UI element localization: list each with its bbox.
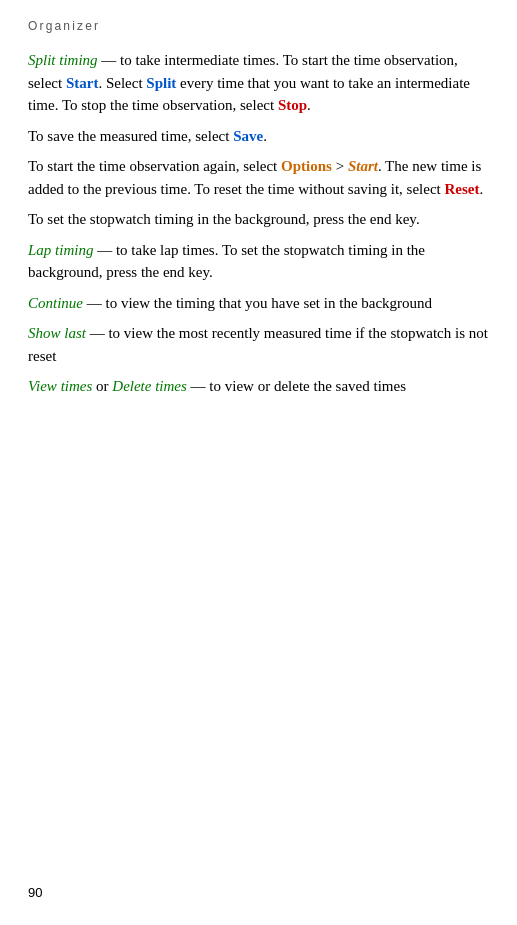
page-number: 90 (28, 884, 42, 903)
view-delete-text2: — to view or delete the saved times (187, 378, 406, 394)
show-last-text: — to view the most recently measured tim… (28, 325, 488, 364)
show-last-paragraph: Show last — to view the most recently me… (28, 322, 489, 367)
reset-label: Reset (445, 181, 480, 197)
show-last-label: Show last (28, 325, 86, 341)
split-label: Split (146, 75, 176, 91)
background-paragraph: To set the stopwatch timing in the backg… (28, 208, 489, 231)
start-again-text1: To start the time observation again, sel… (28, 158, 281, 174)
start-label-2: Start (348, 158, 378, 174)
lap-timing-label: Lap timing (28, 242, 93, 258)
view-delete-paragraph: View times or Delete times — to view or … (28, 375, 489, 398)
split-timing-label: Split timing (28, 52, 98, 68)
options-label: Options (281, 158, 332, 174)
continue-label: Continue (28, 295, 83, 311)
save-paragraph: To save the measured time, select Save. (28, 125, 489, 148)
delete-times-label: Delete times (112, 378, 187, 394)
view-delete-text1: or (92, 378, 112, 394)
view-times-label: View times (28, 378, 92, 394)
start-label-1: Start (66, 75, 99, 91)
save-label: Save (233, 128, 263, 144)
page-header: Organizer (28, 18, 489, 35)
save-text1: To save the measured time, select (28, 128, 233, 144)
start-again-paragraph: To start the time observation again, sel… (28, 155, 489, 200)
continue-text: — to view the timing that you have set i… (83, 295, 432, 311)
continue-paragraph: Continue — to view the timing that you h… (28, 292, 489, 315)
lap-timing-paragraph: Lap timing — to take lap times. To set t… (28, 239, 489, 284)
stop-label: Stop (278, 97, 307, 113)
split-timing-text2: . Select (98, 75, 146, 91)
split-timing-paragraph: Split timing — to take intermediate time… (28, 49, 489, 117)
header-text: Organizer (28, 19, 100, 33)
background-text: To set the stopwatch timing in the backg… (28, 211, 420, 227)
main-content: Split timing — to take intermediate time… (28, 49, 489, 398)
